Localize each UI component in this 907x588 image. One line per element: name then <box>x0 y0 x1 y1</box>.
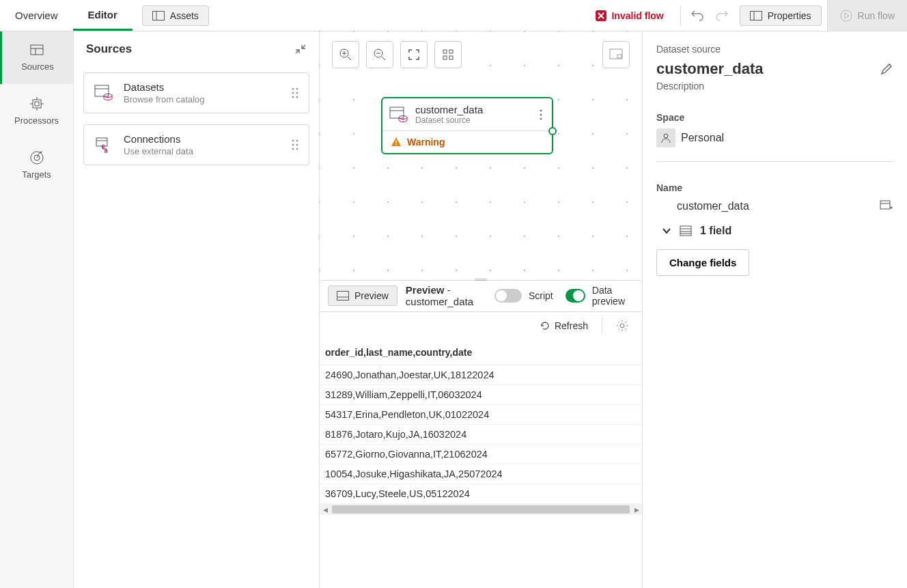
drag-handle[interactable] <box>291 139 299 151</box>
datasets-subtitle: Browse from catalog <box>124 94 281 104</box>
space-label: Space <box>656 112 893 123</box>
expand-fields-button[interactable] <box>662 227 671 234</box>
data-row: 81876,Jotaro,Kujo,JA,16032024 <box>320 425 642 445</box>
refresh-button[interactable]: Refresh <box>540 320 588 331</box>
list-icon <box>680 225 692 236</box>
node-menu-button[interactable] <box>537 107 545 123</box>
svg-rect-43 <box>443 50 447 53</box>
fields-row: 1 field <box>656 225 893 237</box>
svg-point-19 <box>104 94 112 98</box>
tab-overview[interactable]: Overview <box>0 0 73 31</box>
script-toggle-switch[interactable] <box>494 289 522 303</box>
source-card-connections[interactable]: Connections Use external data <box>83 124 309 165</box>
add-table-button[interactable] <box>880 200 893 212</box>
data-preview-toggle: Data preview <box>566 285 632 307</box>
scroll-thumb[interactable] <box>332 505 630 514</box>
grid-icon <box>442 48 454 61</box>
properties-panel: Dataset source customer_data Description… <box>642 31 907 588</box>
minimap-button[interactable] <box>602 41 630 68</box>
space-chip: Personal <box>656 128 724 148</box>
data-preview-toggle-switch[interactable] <box>566 289 585 303</box>
left-rail: Sources Processors Targets <box>0 31 74 588</box>
rail-processors[interactable]: Processors <box>0 84 73 138</box>
zoom-out-icon <box>373 48 387 61</box>
zoom-in-icon <box>339 48 352 61</box>
fit-icon <box>408 48 420 61</box>
rail-processors-label: Processors <box>14 115 59 126</box>
drag-icon <box>291 139 299 151</box>
fit-button[interactable] <box>400 41 428 68</box>
person-icon <box>660 132 672 144</box>
tab-editor[interactable]: Editor <box>73 0 132 31</box>
script-toggle-label: Script <box>529 290 553 301</box>
preview-resize-handle[interactable]: ══ <box>475 275 486 284</box>
connections-subtitle: Use external data <box>124 146 281 156</box>
pencil-icon <box>880 62 893 76</box>
preview-actions-row: Refresh <box>320 311 642 340</box>
node-output-port[interactable] <box>548 127 557 135</box>
drag-handle[interactable] <box>291 87 299 99</box>
svg-rect-57 <box>337 292 349 300</box>
panel-icon <box>750 11 762 20</box>
script-toggle: Script <box>494 289 553 303</box>
play-icon <box>840 10 852 22</box>
svg-rect-47 <box>610 49 622 59</box>
node-customer-data[interactable]: customer_data Dataset source Warning <box>381 97 553 154</box>
scroll-right-arrow[interactable]: ▸ <box>631 504 642 515</box>
layout-button[interactable] <box>434 41 462 68</box>
properties-description: Description <box>656 81 893 92</box>
data-row: 10054,Josuke,Higashikata,JA,25072024 <box>320 464 642 484</box>
zoom-in-button[interactable] <box>332 41 359 68</box>
preview-button[interactable]: Preview <box>328 285 397 306</box>
rail-targets[interactable]: Targets <box>0 138 73 192</box>
source-card-datasets[interactable]: Datasets Browse from catalog <box>83 72 309 113</box>
flow-canvas[interactable]: customer_data Dataset source Warning <box>320 31 642 280</box>
svg-point-35 <box>296 148 298 150</box>
svg-rect-61 <box>880 201 890 209</box>
svg-point-34 <box>292 148 294 150</box>
data-rows: 24690,Jonathan,Joestar,UK,1812202431289,… <box>320 365 642 504</box>
data-header: order_id,last_name,country,date <box>320 340 642 365</box>
undo-button[interactable] <box>685 3 710 28</box>
drag-icon <box>291 87 299 99</box>
space-value: Personal <box>681 132 724 144</box>
svg-point-51 <box>399 115 407 119</box>
svg-rect-44 <box>449 50 453 53</box>
change-fields-button[interactable]: Change fields <box>656 249 749 276</box>
properties-button[interactable]: Properties <box>740 5 822 26</box>
edit-title-button[interactable] <box>880 62 893 76</box>
properties-title: customer_data <box>656 60 764 78</box>
refresh-label: Refresh <box>555 320 588 331</box>
redo-icon <box>715 10 729 21</box>
rail-sources[interactable]: Sources <box>0 31 73 84</box>
processors-icon <box>29 96 44 111</box>
svg-rect-26 <box>96 138 107 146</box>
svg-line-41 <box>382 57 385 60</box>
canvas-column: customer_data Dataset source Warning ══ <box>320 31 642 588</box>
horizontal-scrollbar[interactable]: ◂ ▸ <box>320 504 642 515</box>
node-subtitle: Dataset source <box>415 115 530 125</box>
zoom-out-button[interactable] <box>366 41 393 68</box>
scroll-left-arrow[interactable]: ◂ <box>320 504 331 515</box>
chevron-down-icon <box>662 227 671 234</box>
redo-button[interactable] <box>710 3 734 28</box>
preview-settings-button[interactable] <box>616 320 628 332</box>
node-warning: Warning <box>382 130 552 153</box>
gear-icon <box>616 320 628 332</box>
data-preview-toggle-label: Data preview <box>592 285 632 307</box>
run-flow-button: Run flow <box>827 0 907 31</box>
sources-icon <box>29 44 46 57</box>
properties-kicker: Dataset source <box>656 44 893 55</box>
datasets-title: Datasets <box>124 81 281 93</box>
data-preview-table: order_id,last_name,country,date 24690,Jo… <box>320 340 642 589</box>
dataset-node-icon <box>389 107 408 123</box>
svg-line-37 <box>348 57 351 60</box>
svg-point-22 <box>292 92 294 94</box>
table-plus-icon <box>880 200 893 212</box>
properties-label: Properties <box>768 10 811 21</box>
assets-label: Assets <box>170 10 199 21</box>
collapse-panel-button[interactable] <box>294 43 307 55</box>
minimap-icon <box>609 48 623 61</box>
svg-point-60 <box>664 134 668 138</box>
assets-button[interactable]: Assets <box>142 5 209 26</box>
